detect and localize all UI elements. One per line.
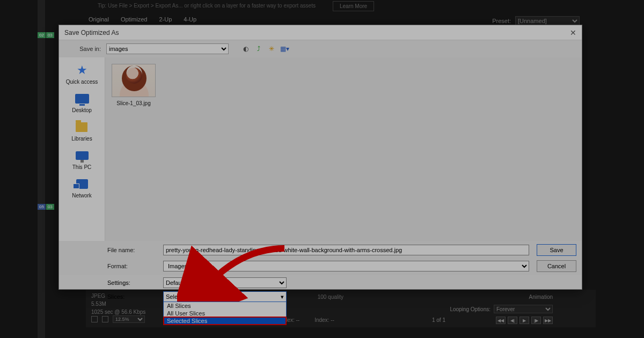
new-folder-icon[interactable]: ✳: [267, 45, 276, 53]
save-in-label: Save in:: [64, 46, 101, 52]
desktop-icon: [75, 94, 89, 104]
tip-text: Tip: Use File > Export > Export As... or…: [98, 3, 316, 9]
sidebar-desktop[interactable]: Desktop: [72, 92, 92, 113]
close-icon[interactable]: ✕: [569, 28, 577, 37]
prev-frame-button[interactable]: ◀|: [508, 317, 517, 324]
up-folder-icon[interactable]: ⤴: [254, 45, 263, 53]
settings-select[interactable]: Default Settings: [163, 277, 287, 288]
slices-option-selected[interactable]: Selected Slices: [164, 317, 286, 325]
places-sidebar: ★ Quick access Desktop Libraries This PC…: [59, 57, 105, 241]
save-button[interactable]: Save: [537, 244, 576, 256]
slices-label: Slices:: [107, 293, 156, 300]
save-in-select[interactable]: images: [106, 43, 229, 54]
filename-input[interactable]: [163, 245, 529, 255]
next-frame-button[interactable]: |▶: [531, 317, 541, 324]
preset-label: Preset:: [492, 18, 511, 24]
slices-option-user[interactable]: All User Slices: [164, 310, 286, 317]
sidebar-item-label: Network: [72, 193, 92, 199]
slice-marker: 03: [46, 32, 54, 38]
first-frame-button[interactable]: ◀◀: [496, 317, 506, 324]
back-icon[interactable]: ◐: [241, 45, 250, 53]
sidebar-item-label: Quick access: [66, 79, 98, 85]
filename-label: File name:: [107, 247, 156, 253]
star-icon: ★: [75, 64, 90, 77]
folder-icon: [76, 122, 87, 132]
sidebar-this-pc[interactable]: This PC: [72, 149, 92, 170]
sidebar-item-label: Libraries: [71, 136, 92, 142]
index-value: Index: --: [314, 317, 334, 323]
save-in-row: Save in: images ◐ ⤴ ✳ ▦▾: [59, 40, 582, 57]
sidebar-libraries[interactable]: Libraries: [71, 121, 92, 142]
thumbnail-filename: Slice-1_03.jpg: [116, 100, 150, 106]
looping-select[interactable]: Forever: [494, 305, 553, 313]
slice-marker: 02: [38, 32, 46, 38]
tab-4up[interactable]: 4-Up: [184, 16, 196, 23]
format-label: Format:: [107, 263, 156, 269]
frame-counter: 1 of 1: [432, 317, 445, 323]
slice-markers-top: 02 03: [38, 32, 54, 38]
grid-toggle-icon[interactable]: [102, 316, 108, 322]
grid-toggle-icon[interactable]: [91, 316, 98, 322]
thumbnail-image: [112, 64, 156, 97]
sidebar-item-label: Desktop: [72, 107, 92, 113]
format-select[interactable]: Images Only: [163, 261, 529, 271]
sidebar-network[interactable]: Network: [72, 178, 92, 199]
playback-controls: ◀◀ ◀| ▶ |▶ ▶▶: [496, 317, 553, 324]
cancel-button[interactable]: Cancel: [537, 260, 576, 272]
slice-markers-mid: 05 03: [38, 204, 54, 210]
slices-selected-value: Selected Slices: [166, 293, 206, 300]
preview-tabs: Original Optimized 2-Up 4-Up: [89, 16, 196, 23]
dialog-title-text: Save Optimized As: [64, 29, 119, 36]
view-menu-icon[interactable]: ▦▾: [280, 45, 289, 53]
slice-marker: 03: [46, 204, 54, 210]
network-icon: [76, 179, 88, 189]
slices-option-all[interactable]: All Slices: [164, 302, 286, 310]
sidebar-item-label: This PC: [72, 164, 92, 170]
zoom-select[interactable]: 12.5%: [113, 315, 145, 323]
tab-original[interactable]: Original: [89, 16, 109, 23]
slice-marker: 05: [38, 204, 46, 210]
file-thumbnail[interactable]: Slice-1_03.jpg: [112, 64, 156, 106]
slices-dropdown: All Slices All User Slices Selected Slic…: [163, 302, 287, 325]
learn-more-button[interactable]: Learn More: [333, 1, 374, 11]
file-browser-area[interactable]: Slice-1_03.jpg: [105, 57, 582, 241]
last-frame-button[interactable]: ▶▶: [543, 317, 553, 324]
play-button[interactable]: ▶: [519, 317, 529, 324]
tab-optimized[interactable]: Optimized: [121, 16, 148, 23]
pc-icon: [76, 151, 89, 160]
slices-select[interactable]: Selected Slices ▾: [163, 291, 287, 302]
looping-label: Looping Options:: [450, 306, 491, 312]
settings-label: Settings:: [107, 280, 156, 286]
save-optimized-dialog: Save Optimized As ✕ Save in: images ◐ ⤴ …: [58, 25, 582, 290]
dialog-titlebar: Save Optimized As ✕: [59, 25, 582, 40]
chevron-down-icon: ▾: [281, 293, 284, 300]
sidebar-quick-access[interactable]: ★ Quick access: [66, 64, 98, 85]
tab-2up[interactable]: 2-Up: [159, 16, 172, 23]
